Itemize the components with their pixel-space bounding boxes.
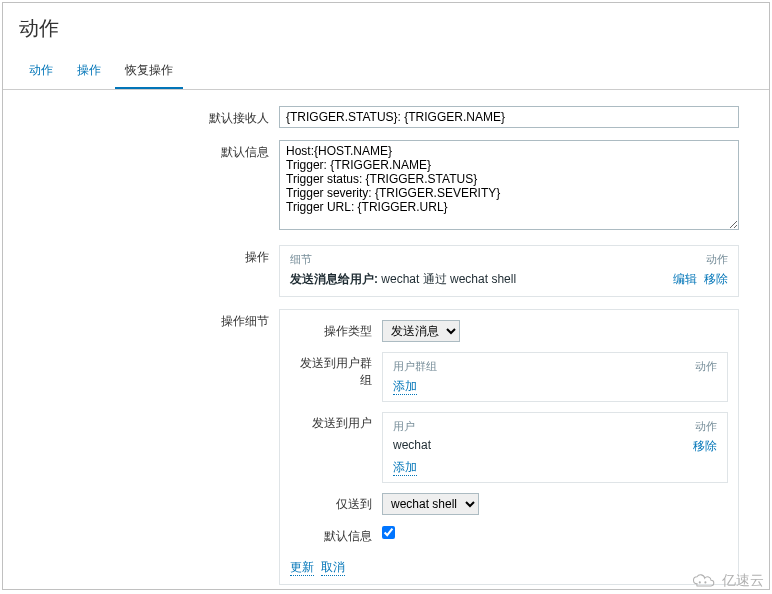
cloud-icon (690, 573, 718, 589)
col-action: 动作 (706, 252, 728, 267)
op-edit-link[interactable]: 编辑 (673, 272, 697, 286)
col-user-group: 用户群组 (393, 359, 437, 374)
label-default-info: 默认信息 (290, 525, 382, 545)
detail-update-link[interactable]: 更新 (290, 560, 314, 576)
user-table: 用户 动作 wechat 移除 添加 (382, 412, 728, 483)
remove-user-link[interactable]: 移除 (693, 438, 717, 455)
label-operations: 操作 (19, 245, 279, 266)
label-default-message: 默认信息 (19, 140, 279, 161)
default-recipient-input[interactable] (279, 106, 739, 128)
add-group-link[interactable]: 添加 (393, 379, 417, 395)
col-detail: 细节 (290, 252, 312, 267)
col-user-action: 动作 (695, 419, 717, 434)
op-type-select[interactable]: 发送消息 (382, 320, 460, 342)
svg-point-1 (704, 581, 706, 583)
default-message-textarea[interactable] (279, 140, 739, 230)
operation-row: 发送消息给用户: wechat 通过 wechat shell 编辑 移除 (290, 271, 728, 288)
col-group-action: 动作 (695, 359, 717, 374)
operations-box: 细节 动作 发送消息给用户: wechat 通过 wechat shell 编辑… (279, 245, 739, 297)
tab-operation[interactable]: 操作 (67, 54, 111, 89)
page-header: 动作 (3, 3, 769, 48)
label-send-group: 发送到用户群组 (290, 352, 382, 389)
add-user-link[interactable]: 添加 (393, 460, 417, 476)
watermark-text: 亿速云 (722, 572, 764, 590)
label-operation-details: 操作细节 (19, 309, 279, 330)
user-group-table: 用户群组 动作 添加 (382, 352, 728, 402)
tabs: 动作 操作 恢复操作 (3, 54, 769, 90)
default-info-checkbox[interactable] (382, 526, 395, 539)
operation-details-box: 操作类型 发送消息 发送到用户群组 用户群组 (279, 309, 739, 585)
label-op-type: 操作类型 (290, 320, 382, 340)
only-to-select[interactable]: wechat shell (382, 493, 479, 515)
label-only-to: 仅送到 (290, 493, 382, 513)
col-user: 用户 (393, 419, 415, 434)
label-default-recipient: 默认接收人 (19, 106, 279, 127)
tab-recovery[interactable]: 恢复操作 (115, 54, 183, 89)
operation-text: 发送消息给用户: wechat 通过 wechat shell (290, 271, 516, 288)
detail-cancel-link[interactable]: 取消 (321, 560, 345, 576)
user-value: wechat (393, 438, 431, 455)
tab-action[interactable]: 动作 (19, 54, 63, 89)
page-title: 动作 (19, 15, 753, 42)
svg-point-0 (699, 581, 701, 583)
user-row: wechat 移除 (393, 438, 717, 455)
watermark: 亿速云 (690, 572, 764, 590)
op-remove-link[interactable]: 移除 (704, 272, 728, 286)
form: 默认接收人 默认信息 操作 细节 动作 发送消息给用户: wechat (3, 90, 769, 594)
label-send-user: 发送到用户 (290, 412, 382, 432)
